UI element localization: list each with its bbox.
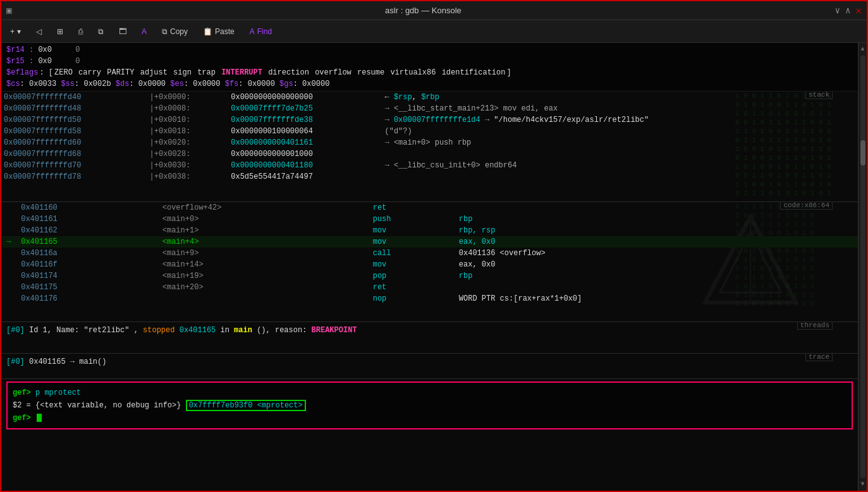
copy-button[interactable]: ⧉ Copy bbox=[158, 26, 192, 37]
trace-panel: trace [#0] 0x401165 → main() bbox=[1, 354, 858, 379]
command-line-1: gef> p mprotect bbox=[13, 387, 847, 399]
output-line-1: $2 = {<text variable, no debug info>} 0x… bbox=[13, 399, 847, 412]
threads-panel: threads [#0] Id 1, Name: "ret2libc" , st… bbox=[1, 322, 858, 354]
trace-label: trace bbox=[805, 354, 833, 361]
r15-register: $r15 : 0x0 0 bbox=[6, 56, 853, 67]
copy-tab-button[interactable]: ⧉ bbox=[94, 26, 107, 37]
paste-label: Paste bbox=[215, 27, 235, 36]
paste-button[interactable]: 📋 Paste bbox=[199, 26, 238, 37]
dropdown-icon: ▾ bbox=[17, 27, 21, 36]
terminal-content: $r14 : 0x0 0 $r15 : 0x0 0 $eflags: [ZERO… bbox=[1, 43, 858, 491]
code-panel: code:x86:64 0 1 1 0 1 0 1 0 0 1 1 0 0 1 … bbox=[1, 202, 858, 322]
stack-row: 0x00007fffffffd50 |+0x0010: 0x00007fffff… bbox=[1, 114, 858, 126]
split-h-button[interactable]: ⊞ bbox=[53, 26, 67, 37]
stack-row: 0x00007fffffffd58 |+0x0018: 0x0000000100… bbox=[1, 126, 858, 137]
trace-line: [#0] 0x401165 → main() bbox=[6, 356, 853, 368]
scroll-thumb[interactable] bbox=[860, 140, 865, 165]
new-tab-button[interactable]: + ▾ bbox=[6, 26, 25, 37]
print-button[interactable]: ⎙ bbox=[75, 26, 87, 37]
stack-row: 0x00007fffffffd68 |+0x0028: 0x0000000000… bbox=[1, 148, 858, 160]
code-row-current: → 0x401165 <main+4> mov eax, 0x0 bbox=[1, 236, 858, 248]
titlebar: ▣ aslr : gdb — Konsole ∨ ∧ ✕ bbox=[1, 1, 867, 20]
plus-icon: + bbox=[10, 27, 15, 36]
titlebar-controls: ▣ bbox=[6, 5, 11, 16]
titlebar-buttons: ∨ ∧ ✕ bbox=[834, 4, 862, 17]
find-button[interactable]: A Find bbox=[246, 26, 276, 37]
chevron-down-icon[interactable]: ∨ bbox=[834, 5, 840, 16]
prompt-2: gef> bbox=[13, 414, 31, 423]
eflags-register: $eflags: [ZERO carry PARITY adjust sign … bbox=[6, 67, 853, 78]
r14-register: $r14 : 0x0 0 bbox=[6, 44, 853, 56]
find-icon: A bbox=[250, 27, 255, 36]
code-row: 0x401176 nop WORD PTR cs:[rax+rax*1+0x0] bbox=[1, 293, 858, 304]
highlight-mprotect: 0x7ffff7eb93f0 <mprotect> bbox=[186, 400, 306, 411]
paste-icon: 📋 bbox=[203, 27, 212, 36]
registers-section: $r14 : 0x0 0 $r15 : 0x0 0 $eflags: [ZERO… bbox=[1, 43, 858, 92]
thread-line: [#0] Id 1, Name: "ret2libc" , stopped 0x… bbox=[6, 325, 853, 336]
window-title: aslr : gdb — Konsole bbox=[385, 6, 462, 15]
chevron-up-icon[interactable]: ∧ bbox=[845, 5, 850, 16]
stack-row: 0x00007fffffffd48 |+0x0008: 0x00007ffff7… bbox=[1, 103, 858, 114]
input-section: gef> p mprotect $2 = {<text variable, no… bbox=[6, 381, 853, 429]
window-menu-icon[interactable]: ▣ bbox=[6, 5, 11, 16]
stack-table: 0x00007fffffffd40 |+0x0000: 0x0000000000… bbox=[1, 92, 858, 183]
current-indicator: → bbox=[1, 236, 16, 248]
code-row: 0x40116f <main+14> mov eax, 0x0 bbox=[1, 259, 858, 270]
scroll-up-button[interactable]: ▲ bbox=[860, 44, 864, 54]
code-row: 0x40116a <main+9> call 0x401136 <overflo… bbox=[1, 248, 858, 259]
prompt-1: gef> bbox=[13, 388, 31, 397]
stack-row: 0x00007fffffffd60 |+0x0020: 0x0000000000… bbox=[1, 137, 858, 148]
stack-row: 0x00007fffffffd40 |+0x0000: 0x0000000000… bbox=[1, 92, 858, 103]
scroll-track[interactable] bbox=[860, 56, 865, 478]
code-table: 0x401160 <overflow+42> ret 0x401161 <mai… bbox=[1, 202, 858, 304]
command-line-2: gef> bbox=[13, 412, 847, 424]
code-row: 0x401162 <main+1> mov rbp, rsp bbox=[1, 225, 858, 236]
copy-icon: ⧉ bbox=[162, 27, 168, 36]
scrollbar[interactable]: ▲ ▼ bbox=[858, 43, 867, 491]
scroll-down-button[interactable]: ▼ bbox=[860, 479, 864, 489]
code-row: 0x401175 <main+20> ret bbox=[1, 282, 858, 293]
terminal-body: $r14 : 0x0 0 $r15 : 0x0 0 $eflags: [ZERO… bbox=[1, 43, 867, 491]
code-row: 0x401174 <main+19> pop rbp bbox=[1, 270, 858, 282]
stack-label: stack bbox=[805, 92, 833, 99]
stack-panel: stack 1 0 0 1 1 0 1 0 1 0 1 1 0 1 0 1 0 … bbox=[1, 92, 858, 202]
stack-row: 0x00007fffffffd70 |+0x0030: 0x0000000000… bbox=[1, 160, 858, 171]
toolbar: + ▾ ◁ ⊞ ⎙ ⧉ 🗔 A ⧉ Copy 📋 Paste A Find bbox=[1, 20, 867, 43]
code-row: 0x401161 <main+0> push rbp bbox=[1, 213, 858, 225]
prev-button[interactable]: ◁ bbox=[32, 26, 46, 37]
cursor bbox=[37, 414, 42, 422]
copy-label: Copy bbox=[170, 27, 188, 36]
find-label: Find bbox=[257, 27, 272, 36]
stack-row: 0x00007fffffffd78 |+0x0038: 0x5d5e554417… bbox=[1, 171, 858, 183]
close-button[interactable]: ✕ bbox=[855, 4, 862, 17]
new-window-button[interactable]: 🗔 bbox=[115, 26, 130, 37]
arch-button[interactable]: A bbox=[138, 26, 150, 37]
code-row: 0x401160 <overflow+42> ret bbox=[1, 202, 858, 213]
segments-register: $cs: 0x0033 $ss: 0x002b $ds: 0x0000 $es:… bbox=[6, 78, 853, 90]
threads-label: threads bbox=[797, 322, 833, 330]
terminal-window: ▣ aslr : gdb — Konsole ∨ ∧ ✕ + ▾ ◁ ⊞ ⎙ ⧉… bbox=[0, 0, 868, 492]
